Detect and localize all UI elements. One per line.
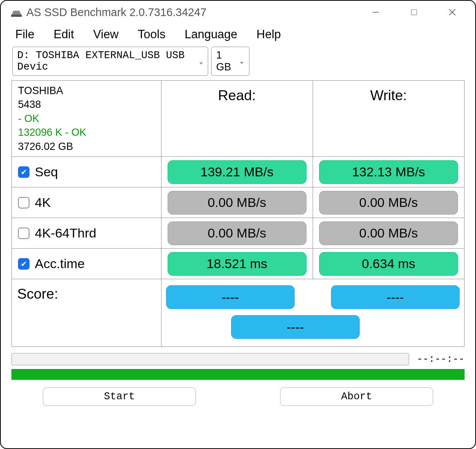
score-label: Score: bbox=[12, 279, 161, 347]
titlebar: AS SSD Benchmark 2.0.7316.34247 bbox=[1, 1, 475, 24]
button-row: Start Abort bbox=[1, 380, 475, 406]
size-select-value: 1 GB bbox=[216, 49, 239, 73]
4k-read-value: 0.00 MB/s bbox=[168, 191, 306, 215]
seq-row-label-cell: ✔ Seq bbox=[12, 157, 161, 187]
abort-button[interactable]: Abort bbox=[280, 387, 433, 406]
score-total: ---- bbox=[231, 315, 360, 339]
device-status-1: - OK bbox=[18, 112, 155, 125]
drive-select[interactable]: D: TOSHIBA EXTERNAL_USB USB Devic ⌄ bbox=[12, 47, 208, 76]
menu-language[interactable]: Language bbox=[184, 28, 237, 41]
score-write: ---- bbox=[331, 285, 460, 309]
score-cell: ---- ---- ---- bbox=[161, 279, 464, 347]
status-bar bbox=[11, 369, 465, 380]
drive-select-value: D: TOSHIBA EXTERNAL_USB USB Devic bbox=[17, 50, 199, 73]
acctime-write-value: 0.634 ms bbox=[319, 252, 458, 276]
acctime-row-label-cell: ✔ Acc.time bbox=[12, 249, 161, 279]
seq-label: Seq bbox=[35, 164, 58, 179]
close-button[interactable] bbox=[445, 5, 460, 20]
chevron-down-icon: ⌄ bbox=[199, 57, 203, 65]
selector-row: D: TOSHIBA EXTERNAL_USB USB Devic ⌄ 1 GB… bbox=[1, 47, 475, 80]
device-name: TOSHIBA bbox=[18, 84, 155, 98]
window-title: AS SSD Benchmark 2.0.7316.34247 bbox=[26, 6, 368, 19]
acctime-checkbox[interactable]: ✔ bbox=[18, 258, 29, 270]
menu-edit[interactable]: Edit bbox=[54, 28, 74, 41]
progress-area: --:--:-- bbox=[1, 347, 475, 365]
menu-help[interactable]: Help bbox=[256, 28, 281, 41]
4k64thrd-checkbox[interactable] bbox=[18, 228, 29, 239]
4k64thrd-read-value: 0.00 MB/s bbox=[168, 221, 306, 245]
device-info-cell: TOSHIBA 5438 - OK 132096 K - OK 3726.02 … bbox=[12, 81, 161, 157]
results-table: TOSHIBA 5438 - OK 132096 K - OK 3726.02 … bbox=[11, 80, 465, 347]
app-window: AS SSD Benchmark 2.0.7316.34247 File Edi… bbox=[0, 0, 476, 449]
menu-view[interactable]: View bbox=[93, 28, 119, 41]
minimize-button[interactable] bbox=[368, 5, 383, 20]
size-select[interactable]: 1 GB ⌄ bbox=[211, 47, 249, 76]
svg-rect-2 bbox=[411, 10, 417, 15]
4k64thrd-row-label-cell: 4K-64Thrd bbox=[12, 218, 161, 249]
menu-tools[interactable]: Tools bbox=[138, 28, 165, 41]
start-button[interactable]: Start bbox=[43, 387, 196, 406]
acctime-label: Acc.time bbox=[35, 256, 85, 271]
menubar: File Edit View Tools Language Help bbox=[1, 24, 475, 47]
device-status-2: 132096 K - OK bbox=[18, 125, 155, 139]
elapsed-timer: --:--:-- bbox=[417, 353, 465, 365]
device-capacity: 3726.02 GB bbox=[18, 140, 155, 153]
chevron-down-icon: ⌄ bbox=[239, 57, 245, 65]
device-id: 5438 bbox=[18, 98, 155, 111]
write-header: Write: bbox=[313, 81, 464, 157]
acctime-read-value: 18.521 ms bbox=[168, 252, 306, 276]
4k-label: 4K bbox=[35, 195, 51, 210]
seq-read-value: 139.21 MB/s bbox=[168, 160, 306, 184]
window-controls bbox=[368, 5, 460, 20]
4k64thrd-write-value: 0.00 MB/s bbox=[319, 221, 458, 245]
seq-write-value: 132.13 MB/s bbox=[319, 160, 458, 184]
4k-row-label-cell: 4K bbox=[12, 187, 161, 218]
4k-checkbox[interactable] bbox=[18, 197, 29, 208]
results-area: TOSHIBA 5438 - OK 132096 K - OK 3726.02 … bbox=[1, 80, 475, 347]
4k-write-value: 0.00 MB/s bbox=[319, 191, 458, 215]
read-header: Read: bbox=[161, 81, 313, 157]
seq-checkbox[interactable]: ✔ bbox=[18, 166, 29, 178]
menu-file[interactable]: File bbox=[15, 28, 34, 41]
4k64thrd-label: 4K-64Thrd bbox=[35, 226, 96, 241]
app-icon bbox=[10, 8, 23, 18]
progress-bar bbox=[11, 353, 409, 365]
svg-rect-0 bbox=[11, 15, 22, 17]
maximize-button[interactable] bbox=[406, 5, 422, 20]
score-read: ---- bbox=[166, 285, 295, 309]
